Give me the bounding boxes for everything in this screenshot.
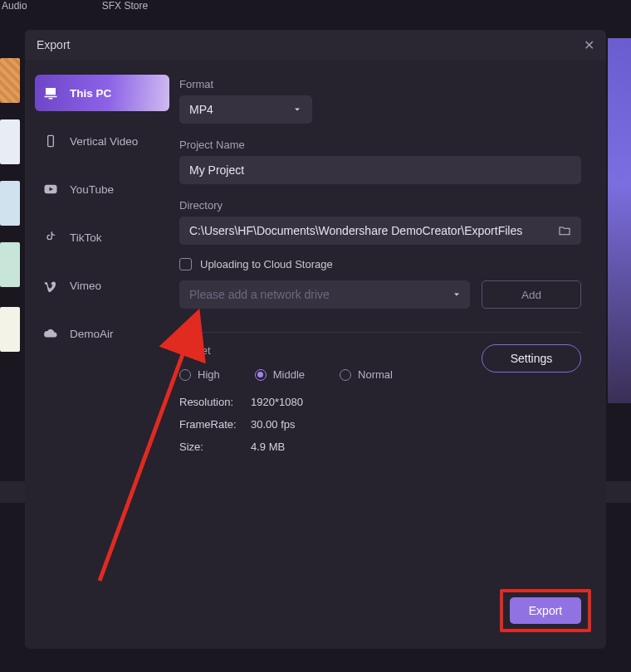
tiktok-icon: [43, 230, 58, 245]
preset-radio-label: Normal: [358, 368, 393, 381]
divider: [179, 332, 581, 333]
directory-input[interactable]: [179, 217, 581, 245]
preset-radio-high[interactable]: High: [179, 368, 220, 381]
sidebar-item-tiktok[interactable]: TikTok: [35, 219, 169, 256]
sidebar-item-label: DemoAir: [70, 328, 114, 340]
preset-radio-middle[interactable]: Middle: [255, 368, 305, 381]
toolbar-sfx: SFX Store: [102, 0, 148, 23]
preset-radio-normal[interactable]: Normal: [340, 368, 393, 381]
format-select[interactable]: MP4: [179, 95, 312, 124]
sidebar-item-label: TikTok: [70, 231, 102, 244]
add-drive-label: Add: [521, 289, 541, 301]
preset-radio-group: High Middle Normal: [179, 368, 393, 381]
export-sidebar: This PC Vertical Video YouTube TikTok: [25, 60, 179, 649]
project-name-input[interactable]: [179, 156, 581, 184]
format-value: MP4: [189, 103, 213, 116]
youtube-icon: [43, 182, 58, 197]
framerate-label: FrameRate:: [179, 418, 251, 431]
resolution-label: Resolution:: [179, 396, 251, 408]
size-label: Size:: [179, 441, 251, 453]
cloud-upload-checkbox[interactable]: [179, 258, 192, 270]
settings-label: Settings: [511, 352, 553, 365]
preset-label: Preset: [179, 344, 393, 357]
settings-button[interactable]: Settings: [482, 344, 581, 373]
network-drive-placeholder: Please add a network drive: [189, 288, 330, 301]
background-preview: [608, 38, 631, 403]
directory-label: Directory: [179, 199, 581, 212]
project-name-label: Project Name: [179, 139, 581, 151]
modal-header: Export ✕: [25, 30, 606, 60]
monitor-icon: [43, 85, 58, 100]
sidebar-item-vimeo[interactable]: Vimeo: [35, 267, 169, 304]
export-modal: Export ✕ This PC Vertical Video: [25, 30, 606, 649]
folder-icon[interactable]: [558, 224, 571, 237]
background-thumbnails: [0, 58, 20, 352]
chevron-down-icon: [452, 290, 462, 299]
format-label: Format: [179, 78, 581, 90]
sidebar-item-this-pc[interactable]: This PC: [35, 75, 169, 111]
sidebar-item-label: YouTube: [70, 183, 114, 196]
sidebar-item-vertical-video[interactable]: Vertical Video: [35, 123, 169, 159]
resolution-value: 1920*1080: [251, 396, 303, 408]
size-value: 4.9 MB: [251, 441, 285, 453]
sidebar-item-label: Vertical Video: [70, 135, 138, 148]
sidebar-item-label: This PC: [70, 87, 111, 100]
cloud-icon: [43, 326, 58, 341]
cloud-upload-label: Uploading to Cloud Storage: [200, 258, 333, 270]
network-drive-select[interactable]: Please add a network drive: [179, 280, 470, 309]
phone-icon: [43, 134, 58, 149]
modal-title: Export: [37, 38, 70, 51]
toolbar-audio: Audio: [2, 0, 27, 23]
chevron-down-icon: [292, 105, 302, 114]
svg-rect-0: [48, 135, 54, 146]
preset-radio-label: Middle: [273, 368, 305, 381]
output-stats: Resolution:1920*1080 FrameRate:30.00 fps…: [179, 396, 581, 453]
export-button-label: Export: [529, 604, 562, 617]
add-drive-button[interactable]: Add: [482, 280, 581, 309]
annotation-highlight: Export: [500, 589, 591, 632]
sidebar-item-label: Vimeo: [70, 280, 101, 292]
background-toolbar: Audio SFX Store: [0, 0, 631, 23]
sidebar-item-demoair[interactable]: DemoAir: [35, 315, 169, 352]
framerate-value: 30.00 fps: [251, 418, 296, 431]
modal-footer: Export: [500, 589, 591, 632]
export-button[interactable]: Export: [510, 597, 581, 624]
export-form: Format MP4 Project Name Directory Upload…: [179, 60, 606, 649]
close-icon[interactable]: ✕: [584, 37, 594, 53]
preset-radio-label: High: [198, 368, 220, 381]
sidebar-item-youtube[interactable]: YouTube: [35, 171, 169, 207]
vimeo-icon: [43, 278, 58, 293]
